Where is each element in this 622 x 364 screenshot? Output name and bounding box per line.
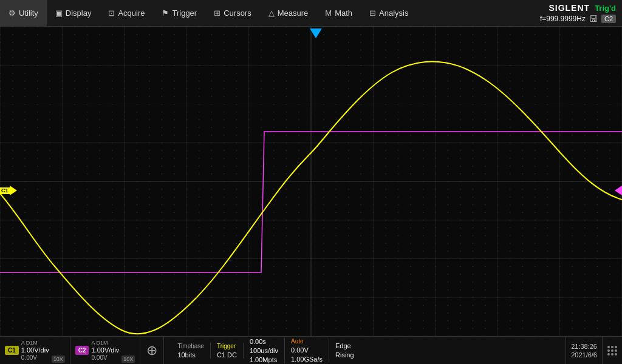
menu-acquire[interactable]: ⊡ Acquire	[100, 0, 153, 27]
analysis-icon: ⊟	[369, 8, 376, 18]
time-value: 0.00s	[250, 338, 278, 345]
auto-label: Auto	[291, 338, 323, 345]
timebase-per-div: 100us/div	[250, 347, 278, 354]
timebase-col: Timebase 10bits	[171, 343, 211, 359]
menu-analysis[interactable]: ⊟ Analysis	[361, 0, 417, 27]
ch2-badge: C2	[75, 346, 89, 355]
rising-label: Rising	[335, 351, 354, 359]
settings-grid-icon	[607, 346, 617, 356]
date-display: 2021/6/6	[571, 351, 597, 359]
measure-icon: △	[268, 8, 275, 18]
ch1-arrow	[10, 186, 17, 195]
samplerate-value: 1.00GSa/s	[291, 356, 323, 363]
ch1-details: A D1M 1.00V/div 0.00V	[21, 340, 49, 361]
menu-display[interactable]: ▣ Display	[47, 0, 100, 27]
trigger-label-col: Trigger C1 DC	[211, 343, 244, 359]
datetime-section: 21:38:26 2021/6/6	[566, 337, 602, 364]
acquire-icon: ⊡	[108, 8, 115, 18]
save-icon: 🖫	[589, 14, 598, 24]
ch2-coupling: A D1M	[91, 340, 119, 346]
menu-trigger[interactable]: ⚑ Trigger	[153, 0, 205, 27]
utility-icon: ⚙	[9, 8, 16, 18]
brand-area: SIGLENT Trig'd f=999.9999Hz 🖫 C2	[540, 0, 622, 27]
trigger-arrow	[310, 29, 322, 38]
edge-label: Edge	[335, 342, 354, 349]
ch1-offset: 0.00V	[21, 354, 49, 361]
ch1-coupling: A D1M	[21, 340, 49, 346]
ch2-arrow	[615, 186, 622, 195]
trigger-icon: ⚑	[162, 8, 169, 18]
timebase-bits: 10bits	[177, 351, 204, 359]
menu-utility[interactable]: ⚙ Utility	[0, 0, 47, 27]
timebase-label: Timebase	[177, 343, 204, 349]
menu-math[interactable]: M Math	[316, 0, 361, 27]
trig-status: Trig'd	[595, 4, 616, 13]
ch1-status-box: C1 A D1M 1.00V/div 0.00V 10X	[0, 337, 70, 364]
brand-name: SIGLENT	[549, 3, 590, 13]
auto-col: Auto 0.00V 1.00GSa/s	[285, 338, 329, 363]
ch2-details: A D1M 1.00V/div 0.00V	[91, 340, 119, 361]
ch1-probe: 10X	[52, 356, 65, 363]
time-display: 21:38:26	[571, 343, 597, 350]
math-box: ⊕	[140, 337, 164, 364]
ch1-badge: C1	[5, 346, 19, 355]
freq-display: f=999.9999Hz	[540, 15, 586, 23]
time-col: 0.00s 100us/div 1.00Mpts	[244, 338, 285, 363]
edge-col: Edge Rising	[329, 342, 360, 359]
waveform-svg	[0, 27, 622, 336]
mpts-value: 1.00Mpts	[250, 356, 278, 363]
ch2-status-box: C2 A D1M 1.00V/div 0.00V 10X	[70, 337, 141, 364]
timebase-section: Timebase 10bits Trigger C1 DC 0.00s 100u…	[164, 337, 566, 364]
cursors-icon: ⊞	[214, 8, 220, 18]
math-icon: M	[325, 8, 332, 18]
settings-icon-area[interactable]	[602, 337, 622, 364]
math-cross-icon: ⊕	[146, 344, 157, 357]
ch1-ground-indicator: C1	[0, 186, 17, 195]
ch2-scale: 1.00V/div	[91, 346, 119, 354]
ch2-offset: 0.00V	[91, 354, 119, 361]
c2-badge: C2	[601, 15, 616, 23]
menu-cursors[interactable]: ⊞ Cursors	[205, 0, 260, 27]
scope-screen: C1	[0, 27, 622, 336]
ch1-scale: 1.00V/div	[21, 346, 49, 354]
ch2-probe: 10X	[121, 356, 135, 363]
status-bar: C1 A D1M 1.00V/div 0.00V 10X C2 A D1M 1.…	[0, 336, 622, 364]
trigger-voltage: 0.00V	[291, 346, 323, 354]
ch1-label: C1	[0, 187, 10, 194]
ch2-ground-indicator	[615, 186, 622, 195]
trigger-header-label: Trigger	[217, 343, 237, 349]
trigger-ch-value: C1 DC	[217, 351, 237, 359]
menu-bar: ⚙ Utility ▣ Display ⊡ Acquire ⚑ Trigger …	[0, 0, 622, 27]
menu-measure[interactable]: △ Measure	[260, 0, 317, 27]
display-icon: ▣	[55, 8, 63, 18]
ch1-waveform	[0, 62, 622, 334]
